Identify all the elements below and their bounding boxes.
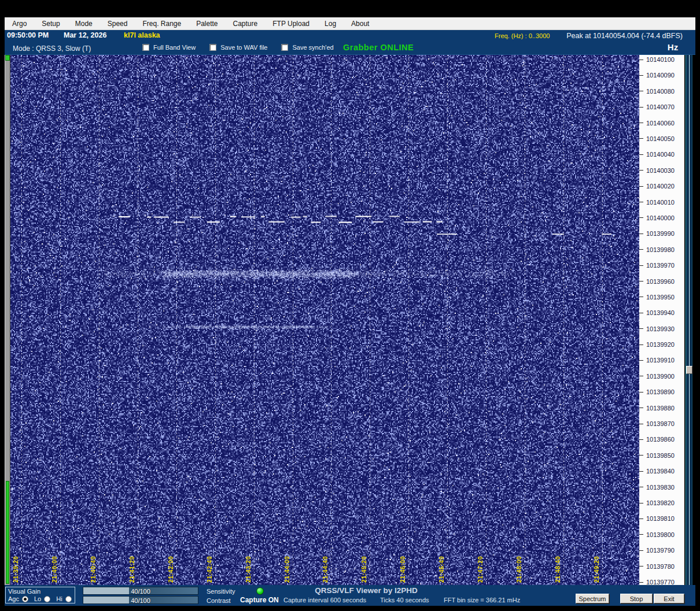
mode-row: Mode : QRSS 3, Slow (T) Full Band ViewSa…	[5, 42, 695, 55]
freq-label: 10139980	[646, 246, 675, 253]
freq-scale-row: 10139820	[639, 499, 675, 507]
menu-item-palette[interactable]: Palette	[189, 17, 225, 29]
freq-tick-mark	[639, 550, 643, 551]
menu-item-freq-range[interactable]: Freq. Range	[135, 17, 189, 29]
mode-label: Mode : QRSS 3, Slow (T)	[13, 45, 91, 53]
time-label: 21:45:20	[360, 556, 367, 583]
freq-label: 10139880	[646, 405, 675, 412]
time-label: 21:48:00	[515, 556, 522, 583]
freq-scale-row: 10140070	[639, 103, 675, 111]
time-label: 21:41:20	[128, 556, 135, 583]
freq-tick-mark	[639, 186, 643, 187]
radio-lo[interactable]	[44, 596, 50, 602]
time-label: 21:39:20	[12, 556, 19, 583]
slider-thumb[interactable]	[686, 366, 692, 374]
checkbox-save-to-wav-file[interactable]: Save to WAV file	[209, 44, 267, 51]
freq-range-readout: Freq. (Hz) : 0..3000	[495, 32, 550, 39]
freq-label: 10139950	[646, 294, 675, 301]
freq-label: 10139940	[646, 309, 675, 316]
freq-scale-row: 10140050	[639, 135, 675, 142]
freq-tick-mark	[639, 60, 643, 60]
freq-scale-row: 10140060	[639, 119, 675, 127]
menu-bar: ArgoSetupModeSpeedFreq. RangePaletteCapt…	[5, 17, 695, 30]
freq-tick-mark	[639, 154, 643, 155]
freq-tick-mark	[639, 217, 643, 218]
freq-label: 10139850	[646, 452, 675, 459]
freq-tick-mark	[639, 91, 643, 91]
menu-item-about[interactable]: About	[344, 17, 377, 29]
checkbox-box[interactable]	[281, 44, 288, 51]
freq-label: 10140020	[646, 183, 675, 190]
checkbox-full-band-view[interactable]: Full Band View	[142, 44, 196, 51]
freq-label: 10139910	[646, 357, 675, 364]
freq-tick-mark	[639, 487, 643, 487]
time-label: 21:46:00	[399, 556, 406, 583]
freq-scale-row: 10139890	[639, 388, 675, 396]
freq-tick-mark	[639, 234, 643, 234]
freq-tick-mark	[639, 455, 643, 456]
checkbox-group: Full Band ViewSave to WAV fileSave synch…	[142, 44, 348, 51]
spectrogram[interactable]: 21:39:2021:40:0021:40:4021:41:2021:42:00…	[10, 55, 639, 585]
freq-label: 10140060	[646, 120, 675, 127]
freq-label: 10139890	[646, 388, 675, 395]
freq-scale-row: 10140090	[639, 72, 675, 79]
time-label: 21:44:40	[322, 556, 329, 583]
freq-tick-mark	[639, 265, 643, 266]
freq-scale-row: 10139910	[639, 357, 675, 364]
contrast-slider[interactable]: 40/100	[83, 596, 198, 604]
menu-item-speed[interactable]: Speed	[100, 17, 135, 29]
slider-track-line	[689, 55, 690, 585]
checkbox-box[interactable]	[142, 44, 149, 51]
visual-gain-radios: AgcLoHi	[8, 595, 78, 602]
exit-button[interactable]: Exit	[654, 594, 684, 603]
menu-item-setup[interactable]: Setup	[34, 17, 67, 29]
spectrogram-canvas[interactable]	[10, 55, 639, 585]
freq-tick-mark	[639, 281, 643, 282]
freq-label: 10139820	[646, 499, 675, 506]
stop-button[interactable]: Stop	[620, 594, 653, 603]
freq-tick-mark	[639, 123, 643, 123]
freq-label: 10139900	[646, 373, 675, 380]
time-label: 21:40:00	[51, 556, 58, 583]
freq-scale-row: 10139860	[639, 436, 675, 443]
checkbox-save-synch-ed[interactable]: Save synch'ed	[281, 44, 333, 51]
checkbox-label: Save synch'ed	[292, 44, 333, 51]
time-label: 21:46:40	[438, 556, 445, 583]
freq-label: 10139970	[646, 262, 675, 269]
frequency-offset-slider[interactable]	[686, 55, 692, 585]
freq-label: 10140050	[646, 135, 675, 142]
checkbox-box[interactable]	[209, 44, 216, 51]
radio-label-agc: Agc	[8, 595, 19, 602]
freq-tick-mark	[639, 170, 643, 171]
freq-scale-row: 10139870	[639, 420, 675, 428]
freq-scale-row: 10139780	[639, 562, 675, 570]
sensitivity-slider[interactable]: 40/100	[83, 587, 198, 595]
freq-label: 10139840	[646, 468, 675, 475]
argo-app-window: ArgoSetupModeSpeedFreq. RangePaletteCapt…	[0, 0, 700, 611]
radio-agc[interactable]	[22, 596, 28, 602]
capture-progress-bar	[5, 55, 10, 585]
freq-label: 10140000	[646, 214, 675, 221]
sensitivity-value: 40/100	[83, 588, 198, 595]
sensitivity-label: Sensitivity	[207, 588, 235, 595]
status-bar: 09:50:00 PM Mar 12, 2026 kl7l alaska Fre…	[5, 30, 695, 42]
grabber-status: Grabber ONLINE	[343, 43, 414, 52]
freq-scale-row: 10140080	[639, 87, 675, 95]
time-label: 21:42:40	[206, 556, 213, 583]
menu-item-ftp-upload[interactable]: FTP Upload	[265, 17, 317, 29]
freq-label: 10139930	[646, 325, 675, 332]
radio-hi[interactable]	[65, 596, 72, 602]
peak-readout: Peak at 10140054.004 (-74.4 dBFS)	[566, 32, 683, 40]
menu-item-argo[interactable]: Argo	[5, 17, 34, 29]
freq-label: 10139870	[646, 420, 675, 427]
callsign-label: kl7l alaska	[124, 31, 160, 39]
freq-tick-mark	[639, 408, 643, 408]
menu-item-mode[interactable]: Mode	[68, 17, 100, 29]
freq-scale-row: 10139880	[639, 404, 675, 412]
freq-scale-row: 10139940	[639, 309, 675, 317]
freq-scale-row: 10139990	[639, 230, 675, 238]
menu-item-capture[interactable]: Capture	[226, 17, 266, 29]
freq-scale-row: 10140010	[639, 198, 675, 206]
spectrum-button[interactable]: Spectrum	[576, 594, 609, 603]
menu-item-log[interactable]: Log	[317, 17, 344, 29]
